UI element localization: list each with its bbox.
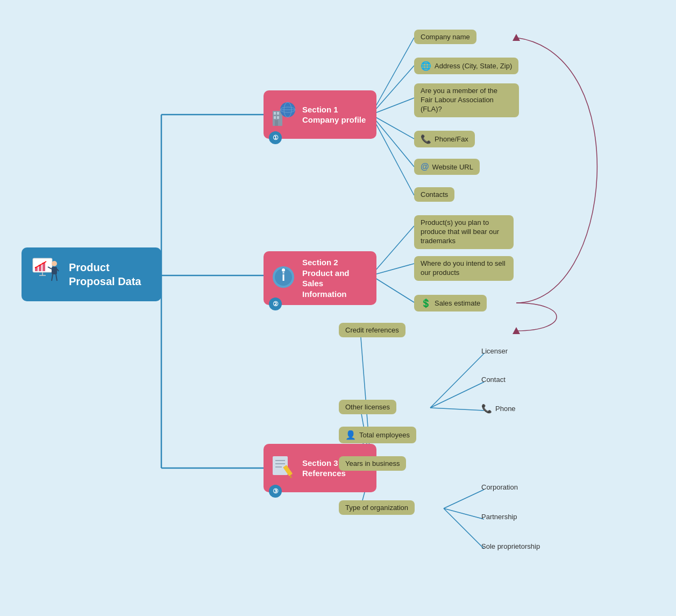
section-2-node: i Section 2Product and SalesInformation …: [264, 251, 376, 305]
person-icon: 👤: [345, 430, 356, 440]
section-1-node: Section 1Company profile ①: [264, 90, 376, 139]
leaf-website: @ Website URL: [414, 159, 480, 175]
svg-line-21: [430, 382, 484, 408]
plain-partnership-label: Partnership: [481, 513, 517, 521]
leaf-sales-estimate: 💲 Sales estimate: [414, 295, 487, 311]
leaf-company-name: Company name: [414, 30, 476, 44]
svg-rect-43: [274, 116, 276, 119]
svg-rect-45: [275, 120, 278, 126]
svg-line-37: [57, 269, 59, 271]
plain-corporation-label: Corporation: [481, 483, 518, 491]
plain-sole-proprietorship-label: Sole proprietorship: [481, 542, 540, 550]
plain-partnership: Partnership: [481, 513, 517, 521]
leaf-contacts: Contacts: [414, 187, 454, 202]
at-icon: @: [421, 162, 429, 172]
svg-text:i: i: [282, 270, 285, 284]
svg-line-9: [371, 115, 414, 139]
leaf-contacts-label: Contacts: [421, 190, 448, 199]
leaf-sales-estimate-label: Sales estimate: [435, 299, 480, 307]
dollar-icon: 💲: [421, 298, 431, 308]
svg-line-7: [371, 66, 414, 115]
svg-line-22: [430, 408, 484, 410]
svg-point-34: [52, 261, 57, 266]
leaf-total-employees-label: Total employees: [359, 431, 410, 439]
svg-marker-26: [513, 34, 520, 41]
leaf-type-of-org: Type of organization: [339, 500, 415, 515]
svg-point-53: [282, 268, 285, 272]
leaf-other-licenses-label: Other licenses: [345, 403, 390, 411]
root-icon: [30, 256, 62, 293]
plain-licenser: Licenser: [481, 347, 508, 355]
leaf-products-trademarks-label: Product(s) you plan to produce that will…: [421, 218, 507, 246]
leaf-credit-references: Credit references: [339, 323, 405, 337]
svg-rect-35: [52, 267, 57, 274]
plain-licenser-label: Licenser: [481, 347, 508, 355]
svg-line-25: [444, 508, 484, 549]
mind-map-canvas: Product Proposal Data Section 1Company p…: [0, 0, 676, 616]
plain-phone: 📞 Phone: [481, 403, 516, 414]
leaf-products-trademarks: Product(s) you plan to produce that will…: [414, 215, 514, 249]
section-1-icon: [270, 100, 297, 130]
svg-rect-41: [274, 112, 276, 115]
section-3-number: ③: [269, 485, 282, 498]
leaf-sell-products-label: Where do you intend to sell our products: [421, 259, 507, 278]
section-3-icon: [270, 454, 297, 483]
section-1-label: Section 1Company profile: [302, 104, 366, 125]
plain-sole-proprietorship: Sole proprietorship: [481, 542, 540, 550]
svg-line-11: [371, 115, 414, 195]
leaf-fla: Are you a member of theFair Labour Assoc…: [414, 83, 519, 117]
svg-line-13: [371, 264, 414, 275]
leaf-other-licenses: Other licenses: [339, 400, 396, 414]
section-2-label: Section 2Product and SalesInformation: [302, 257, 370, 299]
plain-phone-label: Phone: [495, 405, 516, 413]
leaf-credit-references-label: Credit references: [345, 326, 399, 334]
root-node: Product Proposal Data: [22, 247, 161, 301]
svg-line-8: [371, 98, 414, 115]
leaf-address: 🌐 Address (City, State, Zip): [414, 58, 518, 74]
svg-line-23: [444, 490, 484, 508]
leaf-fla-label: Are you a member of theFair Labour Assoc…: [421, 87, 513, 114]
plain-contact: Contact: [481, 376, 506, 384]
svg-line-39: [56, 274, 57, 281]
leaf-phone: 📞 Phone/Fax: [414, 131, 475, 147]
leaf-company-name-label: Company name: [421, 33, 470, 41]
leaf-years-in-business: Years in business: [339, 456, 406, 471]
leaf-phone-label: Phone/Fax: [435, 135, 468, 143]
leaf-sell-products: Where do you intend to sell our products: [414, 256, 514, 281]
plain-contact-label: Contact: [481, 376, 506, 384]
svg-line-38: [52, 274, 53, 281]
svg-line-20: [430, 353, 484, 408]
phone-icon: 📞: [421, 134, 431, 144]
leaf-type-of-org-label: Type of organization: [345, 504, 408, 512]
root-label: Product Proposal Data: [69, 260, 153, 288]
section-1-number: ①: [269, 131, 282, 144]
plain-corporation: Corporation: [481, 483, 518, 491]
svg-marker-27: [513, 327, 520, 334]
svg-line-6: [371, 38, 414, 115]
svg-rect-44: [277, 116, 279, 119]
globe-icon: 🌐: [421, 61, 431, 71]
leaf-address-label: Address (City, State, Zip): [435, 62, 512, 70]
svg-line-10: [371, 115, 414, 167]
svg-rect-42: [277, 112, 279, 115]
leaf-total-employees: 👤 Total employees: [339, 427, 416, 443]
leaf-years-in-business-label: Years in business: [345, 459, 400, 468]
leaf-website-label: Website URL: [432, 163, 473, 171]
section-2-icon: i: [270, 264, 297, 293]
svg-line-12: [371, 226, 414, 275]
svg-line-14: [371, 275, 414, 302]
section-2-number: ②: [269, 298, 282, 310]
svg-line-24: [444, 508, 484, 519]
